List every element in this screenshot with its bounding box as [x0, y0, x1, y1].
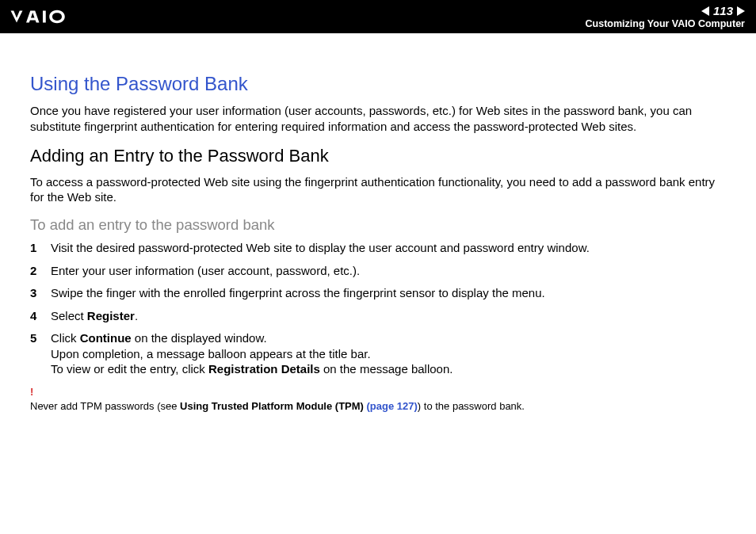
nav-prev-icon[interactable]	[701, 6, 709, 16]
caution-note: ! Never add TPM passwords (see Using Tru…	[30, 385, 726, 414]
step-item: 3 Swipe the finger with the enrolled fin…	[30, 285, 726, 301]
page-number: 113	[711, 4, 735, 17]
page-link[interactable]: (page 127)	[367, 400, 418, 412]
page-content: Using the Password Bank Once you have re…	[0, 33, 756, 429]
step-number: 4	[30, 308, 51, 324]
step-number: 2	[30, 263, 51, 279]
step-item: 1 Visit the desired password-protected W…	[30, 240, 726, 256]
step-item: 2 Enter your user information (user acco…	[30, 263, 726, 279]
section-name: Customizing Your VAIO Computer	[586, 18, 745, 29]
caution-mark-icon: !	[30, 385, 726, 399]
step-number: 5	[30, 330, 51, 346]
heading-main: Using the Password Bank	[30, 73, 726, 95]
steps-list: 1 Visit the desired password-protected W…	[30, 240, 726, 377]
header-right: 113 Customizing Your VAIO Computer	[586, 4, 745, 29]
intro-paragraph: Once you have registered your user infor…	[30, 103, 726, 135]
heading-sub: Adding an Entry to the Password Bank	[30, 146, 726, 166]
step-number: 1	[30, 240, 51, 256]
step-item: 4 Select Register.	[30, 308, 726, 324]
note-text: Never add TPM passwords (see Using Trust…	[30, 400, 525, 412]
step-text: Select Register.	[51, 308, 726, 324]
heading-procedure: To add an entry to the password bank	[30, 216, 726, 234]
header-bar: 113 Customizing Your VAIO Computer	[0, 0, 756, 33]
step-text: Swipe the finger with the enrolled finge…	[51, 285, 726, 301]
vaio-logo	[10, 8, 93, 25]
page-nav: 113	[586, 4, 745, 17]
step-text: Enter your user information (user accoun…	[51, 263, 726, 279]
step-item: 5 Click Continue on the displayed window…	[30, 330, 726, 377]
step-number: 3	[30, 285, 51, 301]
step-text: Click Continue on the displayed window. …	[51, 330, 726, 377]
svg-rect-0	[43, 11, 46, 23]
nav-next-icon[interactable]	[737, 6, 745, 16]
step-text: Visit the desired password-protected Web…	[51, 240, 726, 256]
paragraph-2: To access a password-protected Web site …	[30, 174, 726, 206]
